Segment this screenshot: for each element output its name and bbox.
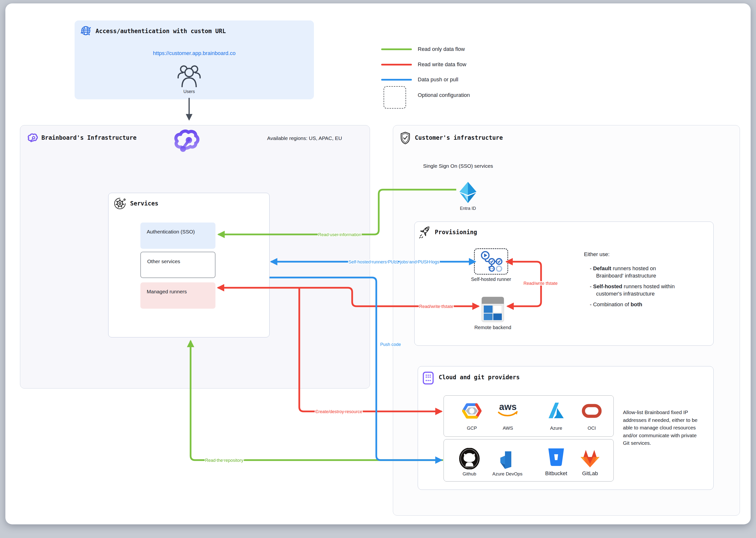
github-icon — [459, 448, 479, 469]
oci-label: OCI — [588, 426, 596, 431]
brainboard-title: Brainboard's Infrastructure — [41, 134, 137, 141]
brainboard-logo — [173, 129, 201, 156]
legend-readonly-label: Read only data flow — [418, 46, 465, 52]
gitlab-icon — [580, 448, 600, 468]
remote-backend-label: Remote backend — [474, 325, 511, 330]
azure-devops-icon — [497, 449, 518, 470]
legend-readwrite-label: Read write data flow — [418, 61, 466, 68]
globe-icon — [80, 25, 92, 36]
grid-dots-icon — [423, 371, 434, 385]
customer-title: Customer's infrastructure — [415, 134, 503, 141]
azure-label: Azure — [550, 426, 562, 431]
services-title: Services — [130, 200, 158, 207]
gear-icon — [114, 197, 126, 210]
legend-readwrite-line — [381, 64, 412, 66]
oci-icon — [582, 404, 602, 418]
remote-backend-icon — [481, 296, 504, 322]
users-label: Users — [183, 89, 195, 94]
bitbucket-icon — [546, 447, 566, 468]
legend-pushpull-label: Data push or pull — [418, 77, 458, 83]
allowlist-note: Allow-list Brainboard fixed IP addresses… — [623, 408, 698, 447]
provisioning-title: Provisioning — [435, 229, 477, 236]
providers-title: Cloud and git providers — [439, 374, 520, 381]
gitlab-label: GitLab — [582, 470, 598, 477]
aws-icon: aws — [497, 401, 519, 419]
aws-wordmark: aws — [499, 402, 517, 412]
azure-icon — [548, 402, 564, 420]
runner-options-list: - Default runners hosted on Brainboard' … — [590, 265, 707, 312]
aws-label: AWS — [503, 426, 513, 431]
bullet-combination: - Combination of both — [590, 301, 707, 308]
gcp-icon — [462, 401, 482, 421]
legend-readonly-line — [381, 48, 412, 50]
pipeline-icon — [477, 250, 505, 273]
service-authentication-sso: Authentication (SSO) — [140, 223, 216, 249]
available-regions: Available regions: US, APAC, EU — [267, 135, 342, 141]
legend-optional-label: Optional configuration — [418, 92, 470, 98]
bitbucket-label: Bitbucket — [545, 470, 567, 477]
self-hosted-runner-label: Self-hosted runner — [471, 277, 511, 282]
access-auth-title: Access/authentication with custom URL — [95, 28, 226, 34]
bullet-self-hosted-runners: - Self-hosted runners hosted within cust… — [590, 283, 707, 297]
service-managed-runners: Managed runners — [140, 282, 216, 309]
either-use-heading: Either use: — [584, 251, 609, 257]
gcp-label: GCP — [467, 426, 477, 431]
rocket-icon — [418, 225, 432, 240]
custom-url-link[interactable]: https://customer.app.brainboard.co — [75, 50, 314, 56]
sso-heading: Single Sign On (SSO) services — [423, 163, 493, 169]
users-icon — [174, 64, 204, 89]
entra-id-label: Entra ID — [460, 206, 476, 211]
shield-icon — [400, 132, 411, 144]
github-label: Github — [463, 471, 476, 477]
azure-devops-label: Azure DevOps — [492, 471, 523, 477]
brain-small-icon — [27, 133, 38, 144]
entra-id-icon — [457, 181, 479, 204]
bullet-default-runners: - Default runners hosted on Brainboard' … — [590, 265, 707, 280]
legend-pushpull-line — [381, 79, 412, 81]
legend-optional-box — [384, 86, 406, 109]
service-other-services: Other services — [140, 252, 216, 278]
